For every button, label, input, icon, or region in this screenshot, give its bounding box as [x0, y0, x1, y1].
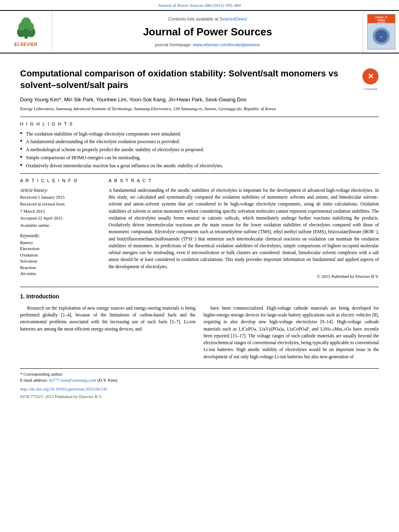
- intro-two-col: Research on the exploitation of new ener…: [20, 305, 379, 364]
- elsevier-logo-area: ELSEVIER: [0, 11, 52, 53]
- highlight-item: A methodological scheme to properly pred…: [20, 146, 379, 153]
- keywords-label: Keywords:: [20, 232, 101, 239]
- revised-date: 7 March 2015: [20, 208, 101, 214]
- keyword-electrolyte: Electrolyte: [20, 246, 101, 252]
- highlight-item: Oxidatively driven intermolecular reacti…: [20, 162, 379, 169]
- corresponding-author: * Corresponding author.: [20, 371, 379, 377]
- homepage-url[interactable]: www.elsevier.com/locate/jpowsour: [193, 42, 260, 47]
- keyword-oxidation: Oxidation: [20, 252, 101, 258]
- journal-title-area: Contents lists available at ScienceDirec…: [52, 11, 363, 53]
- article-info-title: A R T I C L E I N F O: [20, 178, 101, 184]
- divider-after-highlights: [20, 173, 379, 174]
- intro-para-1: Research on the exploitation of new ener…: [20, 305, 195, 333]
- journal-title: Journal of Power Sources: [143, 25, 272, 39]
- highlight-item: The oxidation stabilities of high-voltag…: [20, 131, 379, 138]
- doi-line: http://dx.doi.org/10.1016/j.jpowsour.201…: [20, 386, 379, 392]
- intro-title: 1. Introduction: [20, 293, 379, 301]
- abstract-text: A fundamental understanding of the anodi…: [109, 187, 379, 270]
- paper-title: Computational comparison of oxidation st…: [20, 68, 379, 91]
- homepage-line: journal homepage: www.elsevier.com/locat…: [155, 42, 260, 48]
- intro-col-left: Research on the exploitation of new ener…: [20, 305, 195, 364]
- email-link[interactable]: dy777.kim@samsung.com: [49, 378, 96, 382]
- keywords-section: Keywords: Battery Electrolyte Oxidation …: [20, 232, 101, 277]
- keyword-battery: Battery: [20, 240, 101, 246]
- article-info-abstract-section: A R T I C L E I N F O Article history: R…: [20, 178, 379, 280]
- article-history: Article history: Received 5 January 2015…: [20, 187, 101, 228]
- footnote-area: * Corresponding author. E-mail address: …: [20, 368, 379, 384]
- available-online: Available online: [20, 222, 101, 228]
- divider-after-affiliation: [20, 117, 379, 117]
- introduction-section: 1. Introduction Research on the exploita…: [20, 287, 379, 364]
- highlight-item: Simple comparisons of HOMO energies can …: [20, 154, 379, 161]
- abstract-title: A B S T R A C T: [109, 178, 379, 184]
- elsevier-tree-icon: [12, 16, 40, 40]
- authors: Dong Young Kim*, Min Sik Park, Younhee L…: [20, 96, 379, 103]
- abstract-column: A B S T R A C T A fundamental understand…: [109, 178, 379, 280]
- keyword-solvation: Solvation: [20, 258, 101, 264]
- received-revised-label: Received in revised form: [20, 201, 101, 207]
- svg-text:✕: ✕: [368, 72, 374, 80]
- doi-link[interactable]: http://dx.doi.org/10.1016/j.jpowsour.201…: [20, 386, 107, 391]
- highlight-item: A fundamental understanding of the elect…: [20, 138, 379, 145]
- svg-text:JOURNAL OF: JOURNAL OF: [375, 16, 388, 18]
- article-info-column: A R T I C L E I N F O Article history: R…: [20, 178, 101, 280]
- email-line: E-mail address: dy777.kim@samsung.com (D…: [20, 377, 379, 383]
- paper-body: ✕ CrossMark CrossMark Computational comp…: [0, 53, 399, 408]
- crossmark-area: ✕ CrossMark CrossMark: [362, 68, 379, 91]
- highlights-title: H I G H L I G H T S: [20, 121, 379, 127]
- keyword-reaction: Reaction: [20, 265, 101, 271]
- authors-text: Dong Young Kim*, Min Sik Park, Younhee L…: [20, 97, 247, 103]
- accepted-date: Accepted 22 April 2015: [20, 215, 101, 221]
- sciencedirect-line: Contents lists available at ScienceDirec…: [168, 16, 247, 22]
- highlights-list: The oxidation stabilities of high-voltag…: [20, 131, 379, 169]
- keyword-abinitio: Ab-initio: [20, 271, 101, 277]
- highlights-section: H I G H L I G H T S The oxidation stabil…: [20, 121, 379, 169]
- svg-text:CrossMark: CrossMark: [366, 81, 376, 84]
- intro-col-right: have been commercialized. High-voltage c…: [204, 305, 379, 364]
- journal-ref-text: Journal of Power Sources 288 (2015) 393–…: [158, 3, 241, 8]
- svg-point-6: [27, 23, 34, 31]
- svg-point-5: [18, 23, 25, 31]
- intro-para-2: have been commercialized. High-voltage c…: [204, 305, 379, 360]
- elsevier-brand: ELSEVIER: [14, 42, 37, 47]
- svg-text:⚡: ⚡: [380, 35, 383, 39]
- history-label: Article history:: [20, 187, 101, 193]
- affiliation: Energy Laboratory, Samsung Advanced Inst…: [20, 106, 379, 112]
- journal-cover-thumbnail: JOURNAL OF POWER SOURCES ⚡: [367, 14, 395, 49]
- journal-header: ELSEVIER Contents lists available at Sci…: [0, 11, 399, 53]
- received-date: Received 5 January 2015: [20, 194, 101, 200]
- journal-reference: Journal of Power Sources 288 (2015) 393–…: [0, 0, 399, 11]
- issn-line: 0378-7753/© 2015 Published by Elsevier B…: [20, 394, 379, 400]
- svg-text:SOURCES: SOURCES: [377, 21, 385, 23]
- sciencedirect-link[interactable]: ScienceDirect: [220, 16, 247, 21]
- journal-cover-area: JOURNAL OF POWER SOURCES ⚡: [363, 11, 399, 53]
- copyright-line: © 2015 Published by Elsevier B.V.: [109, 273, 379, 279]
- crossmark-icon: ✕ CrossMark: [362, 68, 379, 85]
